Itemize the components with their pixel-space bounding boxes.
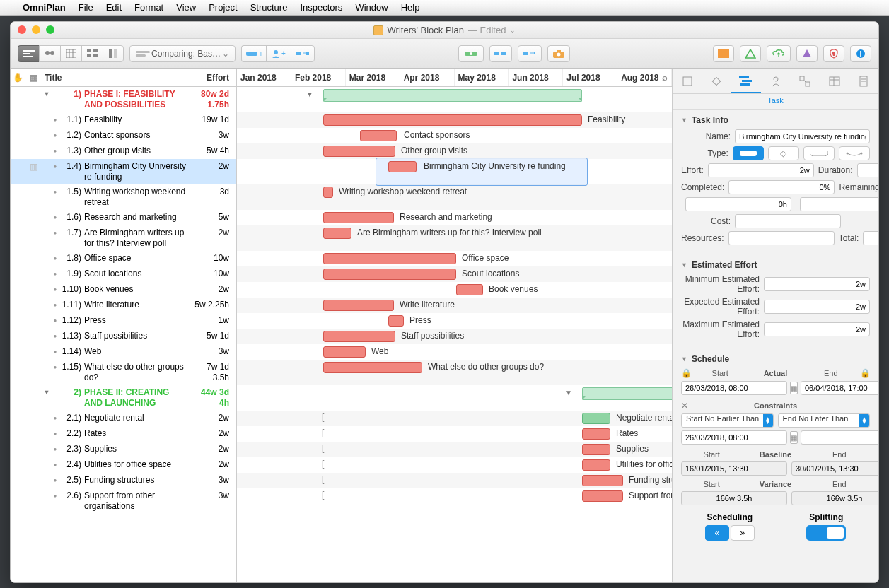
outline-row[interactable]: ●1.3)Other group visits5w 4h	[11, 143, 236, 159]
changes-button[interactable]	[796, 45, 818, 62]
outline-row[interactable]: ●1.1)Feasibility19w 1d	[11, 112, 236, 128]
type-task-button[interactable]	[733, 146, 764, 160]
outline-row[interactable]: ●1.12)Press1w	[11, 313, 236, 329]
calendar-icon[interactable]: ▦	[790, 431, 798, 444]
schedule-alap-button[interactable]: »	[731, 525, 755, 541]
inspector-tab-resource[interactable]	[761, 69, 791, 93]
menu-structure[interactable]: Structure	[250, 2, 288, 13]
group-phase2[interactable]	[582, 387, 673, 400]
menu-window[interactable]: Window	[355, 2, 388, 13]
gantt-timeline-header[interactable]: Jan 2018 Feb 2018 Mar 2018 Apr 2018 May …	[237, 69, 672, 87]
simulations-button[interactable]	[740, 45, 761, 62]
completed-field[interactable]	[728, 180, 835, 194]
outline-row[interactable]: ●1.13)Staff possibilities5w 1d	[11, 329, 236, 344]
actual-end-field[interactable]	[801, 381, 879, 395]
clear-constraint-icon[interactable]: ✕	[681, 401, 691, 411]
outline-rows[interactable]: ▼1)PHASE I: FEASIBILITY AND POSSIBILITIE…	[11, 87, 236, 582]
bar-othervisits[interactable]	[323, 146, 395, 157]
bar-web[interactable]	[323, 346, 366, 358]
gantt-pane[interactable]: Jan 2018 Feb 2018 Mar 2018 Apr 2018 May …	[237, 69, 673, 582]
menu-file[interactable]: File	[79, 2, 93, 13]
inspector-tab-custom[interactable]	[820, 69, 849, 93]
add-task-button[interactable]: +	[241, 45, 266, 62]
menu-view[interactable]: View	[176, 2, 196, 13]
menu-help[interactable]: Help	[401, 2, 420, 13]
inspector-tab-attachments[interactable]	[849, 69, 878, 93]
menu-project[interactable]: Project	[209, 2, 237, 13]
outline-row[interactable]: ●2.4)Utilities for office space2w	[11, 457, 236, 473]
view-resource-button[interactable]	[39, 45, 60, 62]
dashboard-button[interactable]	[713, 45, 734, 62]
outline-row[interactable]: ▼2)PHASE II: CREATING AND LAUNCHING44w 3…	[11, 385, 236, 411]
magnifier-icon[interactable]: ⌕	[662, 72, 668, 83]
constraint-start-field[interactable]	[681, 430, 787, 445]
outline-row[interactable]: ●2.5)Funding structures3w	[11, 473, 236, 488]
bar-office[interactable]	[323, 253, 456, 264]
bar-press[interactable]	[388, 315, 404, 327]
splitting-toggle[interactable]	[806, 525, 846, 541]
bar-writelit[interactable]	[323, 300, 394, 311]
add-resource-button[interactable]: +	[266, 45, 291, 62]
bar-writing[interactable]	[323, 187, 333, 198]
month-feb[interactable]: Feb 2018	[291, 69, 346, 86]
min-effort-field[interactable]	[764, 277, 870, 291]
outline-row[interactable]: ●2.3)Supplies2w	[11, 442, 236, 457]
outline-row[interactable]: ●1.6)Research and marketing5w	[11, 210, 236, 225]
compare-baseline-dropdown[interactable]: Comparing: Bas…⌄	[129, 45, 236, 62]
bar-negotiate[interactable]	[582, 413, 610, 424]
outline-row[interactable]: ●2.1)Negotiate rental2w	[11, 411, 236, 426]
catchup-button[interactable]	[489, 45, 512, 62]
max-effort-field[interactable]	[764, 322, 870, 336]
outline-row[interactable]: ●1.5)Writing workshop weekend retreat3d	[11, 184, 236, 210]
add-milestone-button[interactable]	[291, 45, 315, 62]
resources-cost-field[interactable]	[728, 231, 835, 245]
view-network-button[interactable]	[81, 45, 103, 62]
effort-field[interactable]	[708, 163, 814, 177]
bar-feasibility[interactable]	[323, 114, 582, 126]
menu-format[interactable]: Format	[134, 2, 163, 13]
cost-field[interactable]	[735, 214, 841, 228]
constraint-end-dropdown[interactable]: End No Later Than▲▼	[778, 413, 871, 428]
publish-button[interactable]	[767, 45, 791, 62]
outline-row[interactable]: ●1.7)Are Birmingham writers up for this?…	[11, 225, 236, 251]
month-jan[interactable]: Jan 2018	[237, 69, 291, 86]
constraint-start-dropdown[interactable]: Start No Earlier Than▲▼	[681, 413, 774, 428]
zoom-icon[interactable]	[46, 25, 54, 34]
bar-book[interactable]	[456, 284, 483, 295]
outline-row[interactable]: ●1.15)What else do other groups do?7w 1d…	[11, 360, 236, 385]
view-gantt-button[interactable]	[18, 45, 39, 62]
schedule-asap-button[interactable]: «	[705, 525, 729, 541]
bar-scout[interactable]	[323, 269, 456, 280]
view-calendar-button[interactable]	[60, 45, 81, 62]
inspector-tab-task[interactable]	[731, 69, 761, 93]
bar-arebham[interactable]	[323, 228, 351, 239]
outline-row[interactable]: ▥●1.4)Birmingham City University re fund…	[11, 159, 236, 184]
inspector-tab-styles[interactable]	[790, 69, 820, 93]
constraint-end-field[interactable]	[801, 430, 879, 445]
month-may[interactable]: May 2018	[455, 69, 509, 86]
bar-bcu[interactable]	[388, 161, 417, 172]
snapshot-button[interactable]	[547, 45, 570, 62]
bar-funding[interactable]	[582, 475, 623, 486]
group-toggle-icon[interactable]: ▼	[565, 389, 572, 396]
month-apr[interactable]: Apr 2018	[400, 69, 455, 86]
menu-edit[interactable]: Edit	[106, 2, 122, 13]
effort-column-header[interactable]: Effort	[191, 73, 236, 83]
outline-row[interactable]: ●1.8)Office space10w	[11, 251, 236, 266]
app-name[interactable]: OmniPlan	[23, 2, 66, 13]
outline-row[interactable]: ●2.6)Support from other organisations3w	[11, 488, 236, 514]
task-name-field[interactable]	[735, 129, 870, 143]
lock-start-icon[interactable]: 🔒	[681, 368, 691, 378]
bar-rates[interactable]	[582, 428, 610, 440]
month-jul[interactable]: Jul 2018	[563, 69, 617, 86]
actual-start-field[interactable]	[681, 381, 787, 395]
outline-row[interactable]: ●1.14)Web3w	[11, 344, 236, 360]
bar-contact[interactable]	[360, 130, 397, 141]
reschedule-button[interactable]	[518, 45, 542, 62]
close-icon[interactable]	[18, 25, 26, 34]
outline-row[interactable]: ●1.9)Scout locations10w	[11, 266, 236, 282]
document-title[interactable]: Writers' Block Plan	[388, 25, 464, 35]
bar-utilities[interactable]	[582, 459, 610, 471]
menu-inspectors[interactable]: Inspectors	[300, 2, 342, 13]
info-button[interactable]: i	[850, 45, 871, 62]
